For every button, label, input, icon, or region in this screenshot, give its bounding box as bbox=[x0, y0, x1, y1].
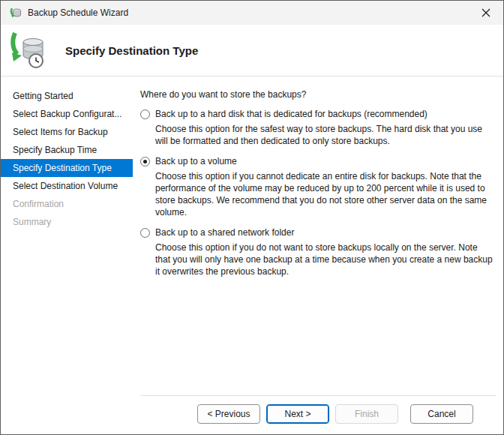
wizard-header: Specify Destination Type bbox=[1, 25, 503, 76]
wizard-steps-sidebar: Getting Started Select Backup Configurat… bbox=[1, 76, 133, 434]
option-description-dedicated-disk: Choose this option for the safest way to… bbox=[155, 123, 494, 147]
radio-label-shared-network-folder[interactable]: Back up to a shared network folder bbox=[155, 227, 294, 238]
step-confirmation: Confirmation bbox=[1, 195, 133, 213]
close-button[interactable] bbox=[469, 1, 503, 25]
step-summary: Summary bbox=[1, 213, 133, 231]
radio-button-icon[interactable] bbox=[140, 110, 150, 119]
next-button[interactable]: Next > bbox=[266, 404, 329, 424]
step-select-destination-volume: Select Destination Volume bbox=[1, 177, 133, 195]
question-text: Where do you want to store the backups? bbox=[140, 89, 496, 100]
step-specify-backup-time: Specify Backup Time bbox=[1, 141, 133, 159]
option-shared-network-folder: Back up to a shared network folder Choos… bbox=[140, 227, 496, 278]
wizard-content: Where do you want to store the backups? … bbox=[140, 76, 496, 395]
step-specify-destination-type: Specify Destination Type bbox=[1, 159, 133, 177]
option-dedicated-disk: Back up to a hard disk that is dedicated… bbox=[140, 109, 496, 147]
window-title: Backup Schedule Wizard bbox=[28, 8, 128, 18]
close-icon bbox=[482, 8, 490, 17]
finish-button: Finish bbox=[335, 404, 398, 424]
step-select-items-for-backup: Select Items for Backup bbox=[1, 123, 133, 141]
step-getting-started: Getting Started bbox=[1, 87, 133, 105]
step-select-backup-configuration: Select Backup Configurat... bbox=[1, 105, 133, 123]
titlebar: Backup Schedule Wizard bbox=[1, 1, 503, 25]
option-description-volume: Choose this option if you cannot dedicat… bbox=[155, 170, 494, 218]
radio-row-dedicated-disk[interactable]: Back up to a hard disk that is dedicated… bbox=[140, 109, 496, 119]
radio-button-icon[interactable] bbox=[140, 157, 150, 166]
radio-row-volume[interactable]: Back up to a volume bbox=[140, 156, 496, 166]
radio-label-dedicated-disk[interactable]: Back up to a hard disk that is dedicated… bbox=[155, 109, 428, 119]
option-volume: Back up to a volume Choose this option i… bbox=[140, 156, 496, 218]
backup-disks-clock-icon bbox=[8, 32, 46, 69]
backup-app-icon bbox=[10, 7, 22, 19]
radio-row-shared-network-folder[interactable]: Back up to a shared network folder bbox=[140, 227, 496, 238]
radio-label-volume[interactable]: Back up to a volume bbox=[155, 156, 237, 166]
wizard-content-column: Where do you want to store the backups? … bbox=[133, 76, 503, 434]
radio-button-icon[interactable] bbox=[140, 228, 150, 238]
wizard-body: Getting Started Select Backup Configurat… bbox=[1, 76, 503, 434]
backup-schedule-wizard-window: Backup Schedule Wizard Specify Destinat bbox=[0, 0, 504, 435]
option-description-shared-network-folder: Choose this option if you do not want to… bbox=[155, 242, 494, 278]
page-title: Specify Destination Type bbox=[65, 44, 198, 57]
previous-button[interactable]: < Previous bbox=[197, 404, 260, 424]
wizard-footer: < Previous Next > Finish Cancel bbox=[140, 395, 496, 434]
cancel-button[interactable]: Cancel bbox=[410, 404, 473, 424]
